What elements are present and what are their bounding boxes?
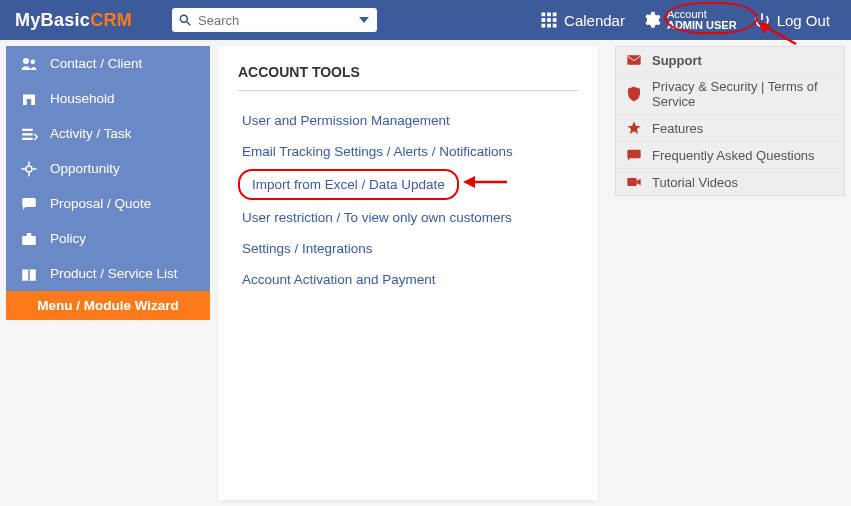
sidebar-item-proposal[interactable]: Proposal / Quote bbox=[6, 186, 210, 221]
menu-label: Support bbox=[652, 53, 702, 68]
annotation-arrow-import bbox=[463, 173, 509, 191]
tool-link-user-permission[interactable]: User and Permission Management bbox=[238, 105, 578, 136]
svg-rect-17 bbox=[22, 128, 33, 130]
search-container bbox=[172, 8, 377, 32]
menu-item-faq[interactable]: Frequently Asked Questions bbox=[616, 142, 844, 169]
svg-line-1 bbox=[187, 22, 191, 26]
briefcase-icon bbox=[20, 230, 38, 248]
sidebar-label: Household bbox=[50, 91, 115, 106]
search-input[interactable] bbox=[172, 8, 377, 32]
calendar-button[interactable]: Calendar bbox=[534, 11, 631, 29]
menu-item-privacy[interactable]: Privacy & Security | Terms of Service bbox=[616, 74, 844, 115]
svg-rect-33 bbox=[627, 55, 640, 64]
sidebar-label: Opportunity bbox=[50, 161, 120, 176]
menu-item-features[interactable]: Features bbox=[616, 115, 844, 142]
svg-rect-10 bbox=[553, 24, 557, 28]
grid-icon bbox=[540, 11, 558, 29]
svg-rect-5 bbox=[542, 18, 546, 22]
shield-icon bbox=[626, 86, 642, 102]
svg-rect-2 bbox=[542, 13, 546, 17]
svg-marker-32 bbox=[463, 176, 475, 188]
svg-rect-4 bbox=[553, 13, 557, 17]
svg-rect-18 bbox=[22, 133, 33, 135]
search-dropdown-caret[interactable] bbox=[359, 17, 369, 23]
list-icon bbox=[20, 125, 38, 143]
menu-label: Features bbox=[652, 121, 703, 136]
video-icon bbox=[626, 174, 642, 190]
menu-wizard-button[interactable]: Menu / Module Wizard bbox=[6, 291, 210, 320]
svg-point-0 bbox=[180, 15, 187, 22]
svg-rect-19 bbox=[22, 137, 33, 139]
envelope-icon bbox=[626, 52, 642, 68]
menu-item-tutorials[interactable]: Tutorial Videos bbox=[616, 169, 844, 195]
menu-label: Tutorial Videos bbox=[652, 175, 738, 190]
svg-rect-8 bbox=[542, 24, 546, 28]
sidebar-item-product[interactable]: Product / Service List bbox=[6, 256, 210, 291]
svg-rect-6 bbox=[547, 18, 551, 22]
chat-icon bbox=[626, 147, 642, 163]
account-tools-card: ACCOUNT TOOLS User and Permission Manage… bbox=[218, 46, 598, 500]
account-user: ADMIN USER bbox=[667, 20, 737, 31]
sidebar-item-household[interactable]: Household bbox=[6, 81, 210, 116]
sidebar-label: Activity / Task bbox=[50, 126, 132, 141]
sidebar-item-contact[interactable]: Contact / Client bbox=[6, 46, 210, 81]
svg-rect-27 bbox=[27, 233, 32, 236]
sidebar-label: Product / Service List bbox=[50, 266, 178, 281]
tool-link-import-excel[interactable]: Import from Excel / Data Update bbox=[238, 169, 459, 200]
svg-rect-16 bbox=[27, 99, 32, 105]
account-button[interactable]: Account ADMIN USER bbox=[641, 9, 737, 31]
svg-point-20 bbox=[26, 166, 32, 172]
calendar-label: Calendar bbox=[564, 12, 625, 29]
tool-link-activation-payment[interactable]: Account Activation and Payment bbox=[238, 264, 578, 295]
sidebar-item-activity[interactable]: Activity / Task bbox=[6, 116, 210, 151]
svg-rect-9 bbox=[547, 24, 551, 28]
svg-rect-25 bbox=[22, 198, 36, 207]
tool-link-email-tracking[interactable]: Email Tracking Settings / Alerts / Notif… bbox=[238, 136, 578, 167]
power-icon bbox=[753, 11, 771, 29]
svg-point-14 bbox=[31, 59, 36, 64]
menu-label: Frequently Asked Questions bbox=[652, 148, 815, 163]
star-icon bbox=[626, 120, 642, 136]
svg-rect-34 bbox=[627, 150, 640, 159]
menu-item-support[interactable]: Support bbox=[616, 47, 844, 74]
svg-rect-3 bbox=[547, 13, 551, 17]
sidebar-label: Contact / Client bbox=[50, 56, 142, 71]
topbar: MyBasicCRM Calendar Account ADMIN USER L… bbox=[0, 0, 851, 40]
logout-button[interactable]: Log Out bbox=[747, 11, 836, 29]
svg-point-13 bbox=[23, 58, 29, 64]
sidebar: Contact / Client Household Activity / Ta… bbox=[6, 46, 210, 320]
target-icon bbox=[20, 160, 38, 178]
gear-icon bbox=[641, 10, 661, 30]
svg-rect-30 bbox=[28, 269, 30, 280]
people-icon bbox=[20, 55, 38, 73]
tool-link-settings-integrations[interactable]: Settings / Integrations bbox=[238, 233, 578, 264]
menu-label: Privacy & Security | Terms of Service bbox=[652, 79, 834, 109]
logo-part2: CRM bbox=[90, 10, 132, 30]
gift-icon bbox=[20, 265, 38, 283]
sidebar-label: Proposal / Quote bbox=[50, 196, 151, 211]
svg-rect-26 bbox=[22, 236, 36, 245]
sidebar-item-opportunity[interactable]: Opportunity bbox=[6, 151, 210, 186]
logout-label: Log Out bbox=[777, 12, 830, 29]
section-title: ACCOUNT TOOLS bbox=[238, 64, 578, 91]
search-icon bbox=[178, 13, 192, 27]
home-icon bbox=[20, 90, 38, 108]
sidebar-item-policy[interactable]: Policy bbox=[6, 221, 210, 256]
tool-link-user-restriction[interactable]: User restriction / To view only own cust… bbox=[238, 202, 578, 233]
logo[interactable]: MyBasicCRM bbox=[15, 10, 132, 31]
svg-rect-35 bbox=[627, 178, 636, 186]
account-dropdown-menu: Support Privacy & Security | Terms of Se… bbox=[615, 46, 845, 196]
sidebar-label: Policy bbox=[50, 231, 86, 246]
svg-rect-7 bbox=[553, 18, 557, 22]
logo-part1: MyBasic bbox=[15, 10, 90, 30]
chat-icon bbox=[20, 195, 38, 213]
